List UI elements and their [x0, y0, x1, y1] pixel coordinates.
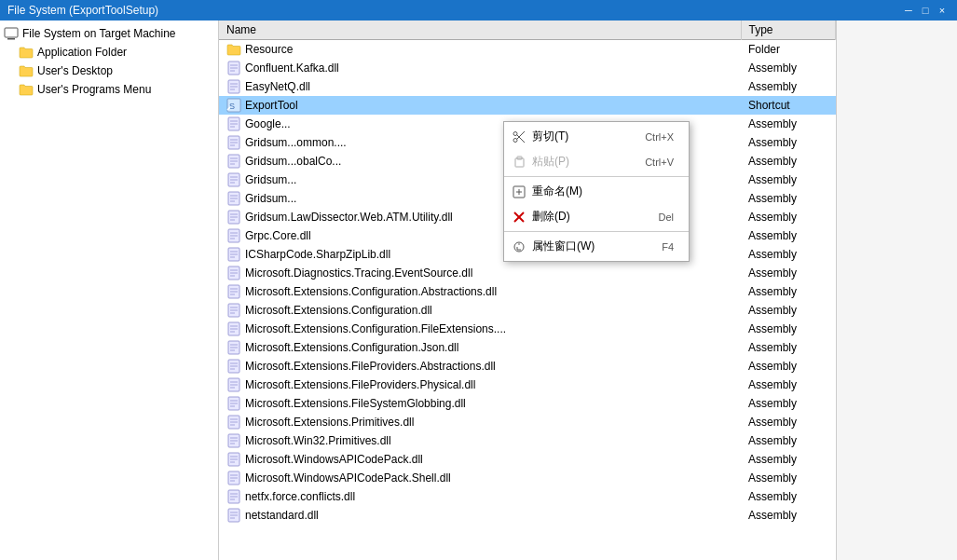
- table-row[interactable]: Microsoft.Extensions.FileSystemGlobbing.…: [219, 394, 836, 413]
- file-name: netstandard.dll: [245, 509, 319, 522]
- context-menu-item[interactable]: 重命名(M): [504, 179, 689, 204]
- column-header-type[interactable]: Type: [741, 20, 836, 40]
- assembly-icon: [226, 79, 241, 94]
- file-name: ExportTool: [245, 99, 298, 112]
- sidebar-item-programs[interactable]: User's Programs Menu: [0, 80, 218, 99]
- sidebar: File System on Target Machine Applicatio…: [0, 20, 219, 560]
- svg-rect-0: [5, 28, 18, 37]
- scissors-icon: [512, 130, 526, 144]
- file-type: Assembly: [741, 226, 836, 245]
- file-name: Microsoft.WindowsAPICodePack.Shell.dll: [245, 471, 451, 485]
- table-row[interactable]: Microsoft.Extensions.FileProviders.Abstr…: [219, 357, 836, 376]
- table-row[interactable]: Microsoft.Win32.Primitives.dllAssembly: [219, 431, 836, 450]
- assembly-icon: [226, 471, 241, 485]
- file-name: Google...: [245, 117, 291, 130]
- table-row[interactable]: Microsoft.Extensions.Configuration.Abstr…: [219, 282, 836, 301]
- context-menu-shortcut: Ctrl+X: [626, 131, 674, 143]
- properties-icon: [512, 239, 526, 254]
- table-row[interactable]: netfx.force.conflicts.dllAssembly: [219, 487, 836, 506]
- table-row[interactable]: EasyNetQ.dllAssembly: [219, 77, 836, 96]
- file-name: Gridsum...: [245, 173, 296, 186]
- table-row[interactable]: Microsoft.Extensions.Configuration.FileE…: [219, 320, 836, 338]
- close-button[interactable]: ×: [935, 3, 950, 18]
- table-row[interactable]: Microsoft.Extensions.FileProviders.Physi…: [219, 376, 836, 394]
- assembly-icon: [226, 284, 241, 299]
- context-menu-item-label: 重命名(M): [532, 184, 582, 199]
- context-menu-item-label: 粘贴(P): [532, 154, 569, 170]
- assembly-icon: [226, 508, 241, 523]
- file-name: Resource: [245, 43, 293, 56]
- table-row[interactable]: Microsoft.Diagnostics.Tracing.EventSourc…: [219, 264, 836, 282]
- table-row[interactable]: Microsoft.Extensions.Configuration.Json.…: [219, 338, 836, 357]
- context-menu-separator: [504, 176, 689, 177]
- table-row[interactable]: Confluent.Kafka.dllAssembly: [219, 59, 836, 77]
- file-type: Assembly: [741, 189, 836, 208]
- context-menu-item[interactable]: 剪切(T)Ctrl+X: [504, 124, 689, 149]
- file-name: Grpc.Core.dll: [245, 229, 311, 242]
- context-menu-item-label: 剪切(T): [532, 129, 568, 144]
- context-menu-item[interactable]: 属性窗口(W)F4: [504, 234, 689, 259]
- file-name: Microsoft.Extensions.Configuration.dll: [245, 304, 432, 317]
- file-type: Assembly: [741, 77, 836, 96]
- folder-icon-desktop: [19, 63, 34, 78]
- delete-icon: [512, 210, 526, 225]
- maximize-button[interactable]: □: [918, 3, 933, 18]
- file-type: Assembly: [741, 115, 836, 133]
- table-row[interactable]: Microsoft.WindowsAPICodePack.Shell.dllAs…: [219, 469, 836, 487]
- table-row[interactable]: Microsoft.Extensions.Primitives.dllAssem…: [219, 413, 836, 431]
- assembly-icon: [226, 377, 241, 392]
- file-name: Microsoft.Win32.Primitives.dll: [245, 434, 391, 447]
- assembly-icon: [226, 191, 241, 206]
- context-menu-shortcut: F4: [643, 241, 674, 253]
- file-name: Microsoft.Extensions.Configuration.Json.…: [245, 341, 458, 354]
- sidebar-item-appfolder[interactable]: Application Folder: [0, 43, 218, 61]
- table-row[interactable]: Microsoft.Extensions.Configuration.dllAs…: [219, 301, 836, 320]
- assembly-icon: [226, 61, 241, 75]
- file-name: Microsoft.Diagnostics.Tracing.EventSourc…: [245, 266, 472, 280]
- svg-rect-1: [7, 38, 15, 40]
- sidebar-root-item[interactable]: File System on Target Machine: [0, 24, 218, 43]
- table-row[interactable]: S ExportToolShortcut: [219, 96, 836, 115]
- table-header-row: Name Type: [219, 20, 836, 40]
- file-type: Assembly: [741, 59, 836, 77]
- context-menu-item[interactable]: 删除(D)Del: [504, 204, 689, 229]
- file-type: Folder: [741, 40, 836, 60]
- title-bar-text: File System (ExportToolSetup): [7, 4, 901, 17]
- svg-text:S: S: [229, 102, 235, 111]
- file-type: Assembly: [741, 133, 836, 152]
- file-type: Assembly: [741, 506, 836, 525]
- file-name: Gridsum...ommon....: [245, 136, 347, 149]
- assembly-icon: [226, 154, 241, 169]
- table-row[interactable]: Microsoft.WindowsAPICodePack.dllAssembly: [219, 450, 836, 469]
- table-row[interactable]: ResourceFolder: [219, 40, 836, 60]
- file-name: Gridsum...obalCo...: [245, 155, 341, 168]
- title-bar: File System (ExportToolSetup) ─ □ ×: [0, 0, 957, 20]
- assembly-icon: [226, 135, 241, 150]
- minimize-button[interactable]: ─: [901, 3, 916, 18]
- context-menu-item-label: 删除(D): [532, 209, 570, 225]
- content-area: Name Type ResourceFolder Confluent.Kafka…: [219, 20, 836, 560]
- file-name: Microsoft.Extensions.FileProviders.Physi…: [245, 378, 475, 391]
- sidebar-root-label: File System on Target Machine: [22, 27, 176, 40]
- file-name: Confluent.Kafka.dll: [245, 61, 339, 75]
- sidebar-item-label-appfolder: Application Folder: [37, 46, 127, 59]
- assembly-icon: [226, 303, 241, 318]
- file-name: ICSharpCode.SharpZipLib.dll: [245, 248, 390, 261]
- assembly-icon: [226, 228, 241, 243]
- context-menu: 剪切(T)Ctrl+X 粘贴(P)Ctrl+V 重命名(M) 删除(D)Del …: [503, 121, 690, 262]
- file-type: Assembly: [741, 301, 836, 320]
- assembly-icon: [226, 266, 241, 280]
- file-type: Assembly: [741, 357, 836, 376]
- column-header-name[interactable]: Name: [219, 20, 741, 40]
- file-type: Assembly: [741, 338, 836, 357]
- file-type: Assembly: [741, 431, 836, 450]
- file-name: Microsoft.Extensions.Primitives.dll: [245, 416, 414, 429]
- file-type: Assembly: [741, 245, 836, 264]
- file-type: Assembly: [741, 413, 836, 431]
- main-layout: File System on Target Machine Applicatio…: [0, 20, 957, 560]
- sidebar-item-desktop[interactable]: User's Desktop: [0, 61, 218, 80]
- file-name: netfx.force.conflicts.dll: [245, 490, 355, 503]
- computer-icon: [4, 26, 19, 41]
- file-type: Assembly: [741, 282, 836, 301]
- table-row[interactable]: netstandard.dllAssembly: [219, 506, 836, 525]
